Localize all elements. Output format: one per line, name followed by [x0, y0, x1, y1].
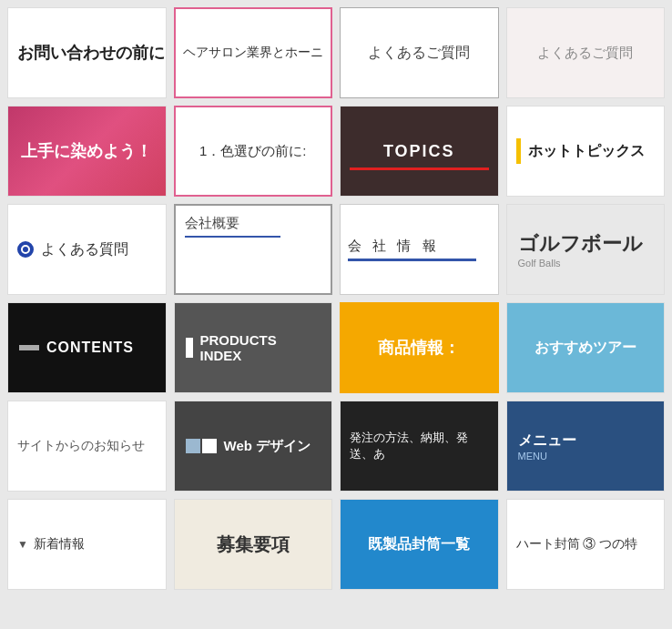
cell-r6c4[interactable]: ハート封筒 ③ つの特 [506, 499, 666, 590]
cell-r5c3[interactable]: 発注の方法、納期、発送、あ [340, 401, 499, 492]
cell-r3c2[interactable]: 会社概要 [174, 204, 333, 295]
cell-r3c3-label: 会 社 情 報 [348, 238, 440, 253]
company-underline [185, 236, 280, 238]
cell-r2c3-label: TOPICS [383, 142, 455, 161]
cell-r6c2[interactable]: 募集要項 [174, 499, 333, 590]
cell-r4c3[interactable]: 商品情報： [340, 302, 499, 393]
cell-r3c2-label: 会社概要 [185, 215, 239, 230]
cell-r2c1-label: 上手に染めよう！ [21, 140, 152, 162]
cell-r1c2[interactable]: ヘアサロン業界とホーニ [174, 7, 333, 98]
cell-r6c2-label: 募集要項 [217, 533, 290, 557]
cell-r1c2-label: ヘアサロン業界とホーニ [176, 37, 331, 68]
cell-r4c4[interactable]: おすすめツアー [506, 302, 666, 393]
cell-r4c2-label: PRODUCTS INDEX [200, 332, 321, 363]
cell-r5c2-label: Web デザイン [224, 438, 311, 455]
web-design-squares [186, 439, 217, 453]
cell-r5c3-label: 発注の方法、納期、発送、あ [350, 430, 489, 462]
cell-r3c1-label: よくある質問 [41, 240, 128, 259]
cell-r2c4-label: ホットトピックス [528, 142, 645, 161]
cell-r6c1-label: 新着情報 [34, 536, 85, 553]
cell-r1c4[interactable]: よくあるご質問 [506, 7, 666, 98]
cell-r5c4-main-label: メニュー [518, 431, 576, 451]
cell-r4c3-label: 商品情報： [378, 337, 460, 359]
cell-r5c4[interactable]: メニュー MENU [506, 401, 666, 492]
yellow-bar [516, 138, 521, 164]
products-bar [186, 338, 193, 358]
cell-r4c1-label: CONTENTS [46, 340, 134, 356]
cell-r1c4-label: よくあるご質問 [537, 45, 633, 62]
cell-r1c1[interactable]: お問い合わせの前に [7, 7, 167, 98]
cell-r1c3[interactable]: よくあるご質問 [340, 7, 499, 98]
cell-r5c2[interactable]: Web デザイン [174, 401, 333, 492]
cell-r5c4-sub-label: MENU [518, 451, 547, 462]
cell-r4c4-label: おすすめツアー [535, 339, 636, 358]
faq-dot-icon [17, 241, 34, 258]
cell-r1c1-label: お問い合わせの前に [17, 42, 165, 64]
cell-r6c3[interactable]: 既製品封筒一覧 [340, 499, 499, 590]
cell-r3c1[interactable]: よくある質問 [7, 204, 167, 295]
contents-bar [19, 345, 39, 350]
cell-r5c1[interactable]: サイトからのお知らせ [7, 401, 167, 492]
cell-r2c2-label: 1．色選びの前に: [192, 136, 314, 167]
cell-r5c1-label: サイトからのお知らせ [17, 438, 145, 454]
cell-r2c1[interactable]: 上手に染めよう！ [7, 106, 167, 197]
cell-r6c4-label: ハート封筒 ③ つの特 [516, 536, 638, 553]
cell-r6c1[interactable]: ▼ 新着情報 [7, 499, 167, 590]
arrow-icon: ▼ [17, 538, 28, 551]
cell-r3c4-sub-label: Golf Balls [518, 258, 561, 269]
cell-r1c3-label: よくあるご質問 [368, 44, 470, 63]
topics-underline [350, 167, 489, 170]
cell-r3c3[interactable]: 会 社 情 報 [340, 204, 499, 295]
cell-r2c2[interactable]: 1．色選びの前に: [174, 106, 333, 197]
cell-r4c1[interactable]: CONTENTS [7, 302, 167, 393]
corp-info-underline [348, 259, 476, 261]
cell-r2c4[interactable]: ホットトピックス [506, 106, 666, 197]
cell-r6c3-label: 既製品封筒一覧 [368, 535, 470, 554]
cell-r3c4[interactable]: ゴルフボール Golf Balls [506, 204, 666, 295]
cell-r4c2[interactable]: PRODUCTS INDEX [174, 302, 333, 393]
cell-r2c3[interactable]: TOPICS [340, 106, 499, 197]
main-grid: お問い合わせの前に ヘアサロン業界とホーニ よくあるご質問 よくあるご質問 上手… [0, 0, 672, 597]
cell-r3c4-main-label: ゴルフボール [518, 230, 643, 258]
